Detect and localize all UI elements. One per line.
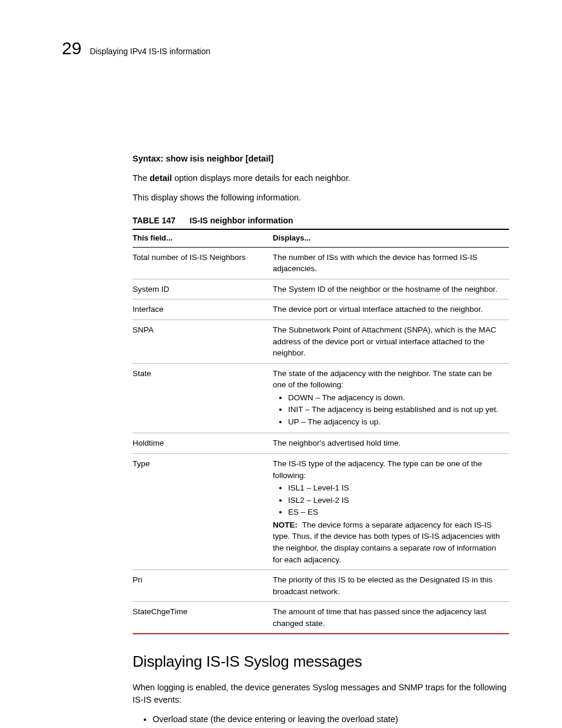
neighbor-info-table: This field... Displays... Total number o… xyxy=(133,229,509,634)
chapter-number: 29 xyxy=(62,35,81,61)
table-row: State The state of the adjacency with th… xyxy=(133,363,509,433)
syntax-command: show isis neighbor [detail] xyxy=(166,154,273,163)
table-row: Holdtime The neighbor's advertised hold … xyxy=(133,433,509,454)
running-title: Displaying IPv4 IS-IS information xyxy=(90,45,210,57)
list-item: ES – ES xyxy=(288,506,504,518)
table-caption: TABLE 147 IS-IS neighbor information xyxy=(133,215,509,226)
list-item: Overload state (the device entering or l… xyxy=(153,713,509,726)
type-note: NOTE: The device forms a separate adjace… xyxy=(273,519,504,565)
table-title: IS-IS neighbor information xyxy=(190,216,293,225)
table-row: SNPA The Subnetwork Point of Attachment … xyxy=(133,319,509,363)
list-item: UP – The adjacency is up. xyxy=(288,416,504,428)
events-list: Overload state (the device entering or l… xyxy=(133,713,509,728)
table-row: System ID The System ID of the neighbor … xyxy=(133,279,509,299)
intro-para-1: The detail option displays more details … xyxy=(133,172,509,185)
state-list: DOWN – The adjacency is down. INIT – The… xyxy=(273,392,504,428)
syntax-label: Syntax: xyxy=(133,154,163,163)
list-item: INIT – The adjacency is being establishe… xyxy=(288,404,504,416)
section-heading: Displaying IS-IS Syslog messages xyxy=(133,651,509,673)
table-row: Interface The device port or virtual int… xyxy=(133,299,509,320)
table-number: TABLE 147 xyxy=(133,216,176,225)
list-item: DOWN – The adjacency is down. xyxy=(288,392,504,404)
list-item: ISL2 – Level-2 IS xyxy=(288,495,504,506)
table-head-displays: Displays... xyxy=(273,229,509,247)
running-header: 29 Displaying IPv4 IS-IS information xyxy=(62,35,509,61)
table-row: StateChgeTime The amount of time that ha… xyxy=(133,602,509,634)
section-para-1: When logging is enabled, the device gene… xyxy=(133,681,509,706)
list-item: ISL1 – Level-1 IS xyxy=(288,482,504,494)
syntax-line: Syntax: show isis neighbor [detail] xyxy=(133,153,509,165)
table-head-field: This field... xyxy=(133,229,273,247)
type-list: ISL1 – Level-1 IS ISL2 – Level-2 IS ES –… xyxy=(273,482,504,518)
table-row: Type The IS-IS type of the adjacency. Th… xyxy=(133,454,509,570)
intro-para-2: This display shows the following informa… xyxy=(133,192,509,204)
table-row: Pri The priority of this IS to be electe… xyxy=(133,570,509,602)
table-row: Total number of IS-IS Neighbors The numb… xyxy=(133,247,509,279)
